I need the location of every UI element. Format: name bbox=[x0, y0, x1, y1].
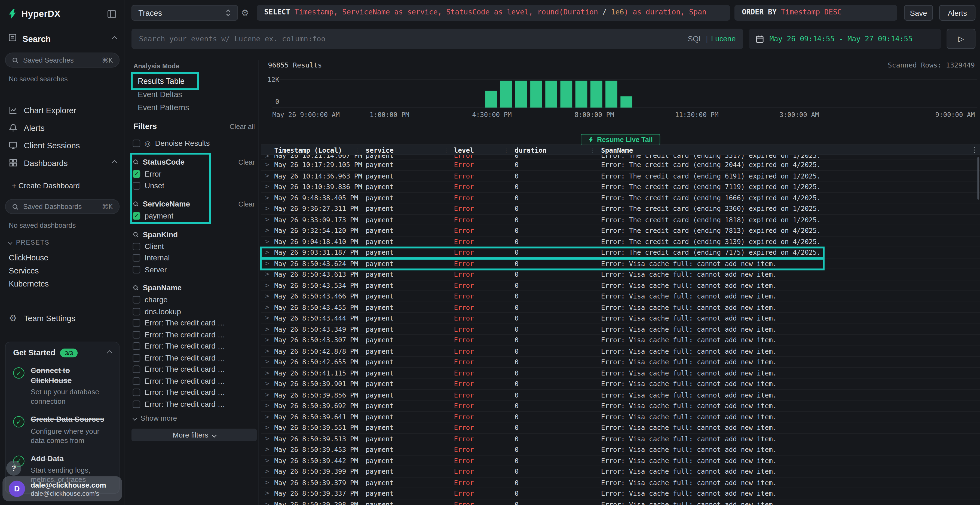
table-row[interactable]: > May 26 8:50:39.453 PM payment Error 0 … bbox=[261, 444, 980, 455]
table-row[interactable]: > May 26 9:32:54.120 PM payment Error 0 … bbox=[261, 225, 980, 236]
filter-option[interactable]: Error: The credit card … bbox=[132, 340, 257, 352]
checkbox[interactable] bbox=[133, 266, 140, 273]
sql-mode-label[interactable]: SQL bbox=[688, 35, 703, 43]
presets-toggle[interactable]: PRESETS bbox=[9, 239, 124, 246]
table-row[interactable]: > May 26 8:50:39.399 PM payment Error 0 … bbox=[261, 466, 980, 477]
filter-option[interactable]: dns.lookup bbox=[132, 306, 257, 318]
analysis-mode-option[interactable]: Event Patterns bbox=[132, 101, 196, 114]
checkbox[interactable] bbox=[133, 296, 140, 304]
table-row[interactable]: > May 26 8:50:39.442 PM payment Error 0 … bbox=[261, 455, 980, 466]
table-row[interactable]: > May 26 8:50:42.878 PM payment Error 0 … bbox=[261, 346, 980, 357]
collapse-sidebar-icon[interactable] bbox=[107, 9, 116, 19]
facet-search-icon[interactable] bbox=[133, 159, 139, 165]
filter-option[interactable]: Client bbox=[132, 241, 257, 252]
alerts-button[interactable]: Alerts bbox=[939, 5, 975, 21]
table-row[interactable]: > May 26 8:50:43.455 PM payment Error 0 … bbox=[261, 302, 980, 313]
sidebar-item-kubernetes[interactable]: Kubernetes bbox=[0, 277, 125, 290]
filter-option[interactable]: Error: The credit card … bbox=[132, 387, 257, 399]
table-row[interactable]: > May 26 8:50:39.298 PM payment Error 0 … bbox=[261, 499, 980, 505]
sidebar-item-dashboards[interactable]: Dashboards bbox=[0, 154, 125, 172]
sidebar-item-chart-explorer[interactable]: Chart Explorer bbox=[0, 102, 125, 119]
help-button[interactable]: ? bbox=[6, 461, 21, 476]
filter-option[interactable]: Error: The credit card … bbox=[132, 317, 257, 329]
clear-all-button[interactable]: Clear all bbox=[229, 123, 255, 130]
table-row[interactable]: > May 26 8:50:39.692 PM payment Error 0 … bbox=[261, 400, 980, 411]
column-header-duration[interactable]: duration⋮ bbox=[511, 146, 597, 154]
filter-option[interactable]: Error: The credit card … bbox=[132, 329, 257, 341]
scrollbar-thumb[interactable] bbox=[977, 157, 979, 199]
facet-search-icon[interactable] bbox=[133, 201, 139, 207]
clear-filter-button[interactable]: Clear bbox=[239, 200, 255, 208]
search-input[interactable] bbox=[139, 35, 683, 43]
analysis-mode-option[interactable]: Results Table bbox=[132, 75, 191, 87]
column-header-service[interactable]: service⋮ bbox=[362, 146, 451, 154]
user-menu[interactable]: D dale@clickhouse.com dale@clickhouse.co… bbox=[2, 476, 122, 501]
checkbox[interactable] bbox=[133, 254, 140, 262]
table-row[interactable]: > May 26 10:21:14.067 PM payment Error 0… bbox=[261, 155, 980, 159]
table-row[interactable]: > May 26 8:50:41.115 PM payment Error 0 … bbox=[261, 368, 980, 378]
date-range-picker[interactable]: May 26 09:14:55 - May 27 09:14:55 bbox=[749, 29, 941, 49]
checkbox[interactable] bbox=[133, 377, 140, 385]
checkbox[interactable] bbox=[133, 170, 140, 178]
filter-option[interactable]: Internal bbox=[132, 252, 257, 264]
filter-option[interactable]: Error: The credit card … bbox=[132, 375, 257, 387]
column-header-spanname[interactable]: SpanName bbox=[597, 146, 980, 154]
source-select[interactable]: Traces bbox=[132, 5, 238, 21]
table-row[interactable]: > May 26 8:50:39.641 PM payment Error 0 … bbox=[261, 411, 980, 422]
table-row[interactable]: > May 26 8:50:43.613 PM payment Error 0 … bbox=[261, 269, 980, 280]
checkbox[interactable] bbox=[133, 389, 140, 397]
run-query-button[interactable]: ▷ bbox=[947, 29, 976, 49]
save-button[interactable]: Save bbox=[904, 5, 933, 21]
order-by-editor[interactable]: ORDER BY Timestamp DESC bbox=[735, 5, 897, 21]
filter-option[interactable]: Error: The credit card … bbox=[132, 364, 257, 375]
column-header-level[interactable]: level⋮ bbox=[451, 146, 511, 154]
table-row[interactable]: > May 26 8:50:43.534 PM payment Error 0 … bbox=[261, 280, 980, 291]
histogram-chart[interactable]: 12K 0 May 26 9:00:00 AM1:00:00 PM4:30:00… bbox=[261, 73, 980, 120]
filter-option[interactable]: charge bbox=[132, 294, 257, 306]
lucene-mode-label[interactable]: Lucene bbox=[711, 35, 736, 43]
table-row[interactable]: > May 26 8:50:39.513 PM payment Error 0 … bbox=[261, 434, 980, 444]
checkbox[interactable] bbox=[133, 366, 140, 373]
clear-filter-button[interactable]: Clear bbox=[239, 158, 255, 166]
show-more-button[interactable]: Show more bbox=[132, 413, 257, 423]
sidebar-item-services[interactable]: Services bbox=[0, 264, 125, 277]
table-row[interactable]: > May 26 8:50:39.856 PM payment Error 0 … bbox=[261, 390, 980, 400]
checkbox[interactable] bbox=[133, 140, 140, 147]
filter-option[interactable]: Error: The credit card … bbox=[132, 352, 257, 364]
column-resize-handle[interactable]: ⋮ bbox=[503, 148, 509, 154]
analysis-mode-option[interactable]: Event Deltas bbox=[132, 87, 188, 101]
facet-search-icon[interactable] bbox=[133, 231, 139, 238]
column-resize-handle[interactable]: ⋮ bbox=[443, 148, 449, 154]
checkbox[interactable] bbox=[133, 319, 140, 327]
checkbox[interactable] bbox=[133, 243, 140, 250]
table-row[interactable]: > May 26 8:50:43.307 PM payment Error 0 … bbox=[261, 335, 980, 346]
table-row[interactable]: > May 26 10:17:29.105 PM payment Error 0… bbox=[261, 160, 980, 171]
table-row[interactable]: > May 26 9:03:31.187 PM payment Error 0 … bbox=[261, 247, 980, 258]
filter-option[interactable]: payment bbox=[132, 210, 257, 222]
filter-option[interactable]: Server bbox=[132, 264, 257, 275]
saved-dashboards-input[interactable]: Saved Dashboards ⌘K bbox=[5, 199, 119, 214]
denoise-results-checkbox[interactable]: ◎ Denoise Results bbox=[132, 137, 257, 150]
checkbox[interactable] bbox=[133, 182, 140, 190]
table-row[interactable]: > May 26 8:50:43.444 PM payment Error 0 … bbox=[261, 313, 980, 324]
sidebar-item-client-sessions[interactable]: Client Sessions bbox=[0, 136, 125, 154]
checkbox[interactable] bbox=[133, 212, 140, 220]
more-filters-button[interactable]: More filters bbox=[132, 429, 257, 441]
checkbox[interactable] bbox=[133, 400, 140, 408]
get-started-step-sources[interactable]: Create Data Sources Configure where your… bbox=[13, 415, 111, 445]
table-row[interactable]: > May 26 9:04:18.410 PM payment Error 0 … bbox=[261, 236, 980, 247]
table-row[interactable]: > May 26 8:50:43.349 PM payment Error 0 … bbox=[261, 324, 980, 335]
table-row[interactable]: > May 26 9:33:09.173 PM payment Error 0 … bbox=[261, 214, 980, 225]
facet-search-icon[interactable] bbox=[133, 285, 139, 291]
source-settings-gear-icon[interactable]: ⚙ bbox=[241, 8, 249, 17]
table-row[interactable]: > May 26 8:50:39.551 PM payment Error 0 … bbox=[261, 422, 980, 434]
sidebar-item-clickhouse[interactable]: ClickHouse bbox=[0, 251, 125, 264]
table-row[interactable]: > May 26 8:50:43.624 PM payment Error 0 … bbox=[261, 258, 980, 269]
column-header-timestamp[interactable]: Timestamp (Local)⋮ bbox=[272, 146, 362, 154]
checkbox[interactable] bbox=[133, 354, 140, 362]
table-row[interactable]: > May 26 8:50:39.337 PM payment Error 0 … bbox=[261, 488, 980, 499]
filter-option[interactable]: Error: The credit card … bbox=[132, 399, 257, 410]
checkbox[interactable] bbox=[133, 308, 140, 315]
get-started-step-connect[interactable]: Connect to ClickHouse Set up your databa… bbox=[13, 366, 111, 406]
resume-live-tail-button[interactable]: Resume Live Tail bbox=[581, 134, 660, 145]
